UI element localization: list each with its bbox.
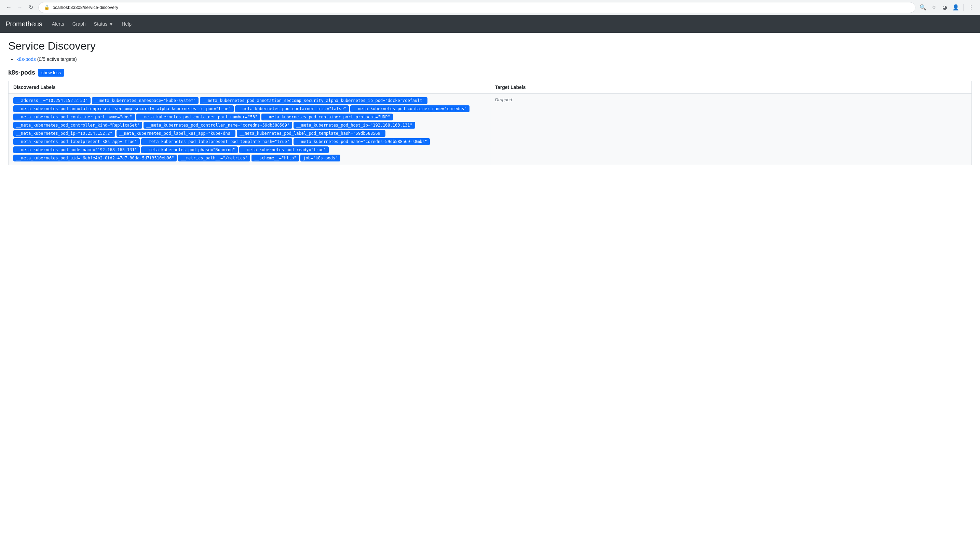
table-header-row: Discovered Labels Target Labels	[8, 81, 972, 94]
label-badge: __meta_kubernetes_namespace="kube-system…	[92, 97, 199, 104]
browser-actions: 🔍 ☆ ◕ 👤 ⋮	[918, 3, 976, 12]
target-labels-header: Target Labels	[490, 81, 972, 94]
label-badge: __meta_kubernetes_pod_container_port_nam…	[13, 113, 135, 120]
section-name: k8s-pods	[8, 69, 35, 76]
label-badge: __meta_kubernetes_pod_ip="10.254.152.2"	[13, 130, 115, 137]
label-badge: __meta_kubernetes_pod_controller_kind="R…	[13, 122, 142, 129]
section-header: k8s-pods show less	[8, 69, 972, 77]
search-button[interactable]: 🔍	[918, 3, 928, 12]
label-badge: __meta_kubernetes_pod_container_port_pro…	[261, 113, 393, 120]
extension-button[interactable]: ◕	[940, 3, 950, 12]
label-badge: __meta_kubernetes_pod_annotationpresent_…	[13, 105, 234, 112]
nav-help[interactable]: Help	[118, 19, 136, 29]
label-badge: __meta_kubernetes_pod_host_ip="192.168.1…	[294, 122, 415, 129]
profile-button[interactable]: 👤	[951, 3, 961, 12]
table-row: __address__="10.254.152.2:53"__meta_kube…	[8, 94, 972, 165]
label-badge: __meta_kubernetes_pod_labelpresent_pod_t…	[141, 138, 292, 145]
show-less-button[interactable]: show less	[38, 69, 64, 77]
label-badge: __meta_kubernetes_pod_label_pod_template…	[237, 130, 385, 137]
service-link-k8s-pods[interactable]: k8s-pods	[16, 56, 36, 62]
label-badge: __meta_kubernetes_pod_ready="true"	[239, 146, 329, 153]
browser-chrome: ← → ↻ 🔒 localhost:33308/service-discover…	[0, 0, 980, 15]
label-badge: __meta_kubernetes_pod_container_init="fa…	[235, 105, 349, 112]
label-badge: __meta_kubernetes_pod_label_k8s_app="kub…	[116, 130, 235, 137]
discovered-labels-header: Discovered Labels	[8, 81, 490, 94]
chevron-down-icon: ▼	[109, 21, 113, 27]
dropped-text: Dropped	[495, 97, 512, 102]
service-active-count: (0/5 active targets)	[37, 56, 77, 62]
label-badge: __meta_kubernetes_pod_uid="6ebfe4b2-0fd2…	[13, 155, 177, 161]
page-title: Service Discovery	[8, 40, 972, 52]
security-icon: 🔒	[44, 5, 49, 10]
service-list-item: k8s-pods (0/5 active targets)	[16, 56, 972, 62]
label-badge: __meta_kubernetes_pod_node_name="192.168…	[13, 146, 140, 153]
nav-status[interactable]: Status ▼	[90, 19, 118, 29]
label-badge: __scheme__="http"	[251, 155, 299, 161]
menu-button[interactable]: ⋮	[966, 3, 976, 12]
nav-alerts[interactable]: Alerts	[48, 19, 68, 29]
discovery-table: Discovered Labels Target Labels __addres…	[8, 81, 972, 165]
back-button[interactable]: ←	[4, 3, 14, 12]
target-labels-cell: Dropped	[490, 94, 972, 165]
bookmark-button[interactable]: ☆	[929, 3, 939, 12]
label-badge: __meta_kubernetes_pod_annotation_seccomp…	[200, 97, 428, 104]
separator	[963, 4, 964, 11]
main-content: Service Discovery k8s-pods (0/5 active t…	[0, 33, 980, 172]
labels-container: __address__="10.254.152.2:53"__meta_kube…	[13, 97, 485, 161]
prometheus-brand[interactable]: Prometheus	[5, 20, 42, 28]
label-badge: __meta_kubernetes_pod_controller_name="c…	[143, 122, 292, 129]
prometheus-navbar: Prometheus Alerts Graph Status ▼ Help	[0, 15, 980, 33]
reload-button[interactable]: ↻	[26, 3, 35, 12]
discovered-labels-cell: __address__="10.254.152.2:53"__meta_kube…	[8, 94, 490, 165]
label-badge: __address__="10.254.152.2:53"	[13, 97, 91, 104]
nav-graph[interactable]: Graph	[68, 19, 90, 29]
address-bar[interactable]: 🔒 localhost:33308/service-discovery	[38, 2, 915, 13]
service-list: k8s-pods (0/5 active targets)	[8, 56, 972, 62]
label-badge: __meta_kubernetes_pod_labelpresent_k8s_a…	[13, 138, 140, 145]
url-text: localhost:33308/service-discovery	[52, 5, 118, 10]
label-badge: __meta_kubernetes_pod_container_port_num…	[136, 113, 260, 120]
label-badge: __meta_kubernetes_pod_phase="Running"	[141, 146, 238, 153]
label-badge: job="k8s-pods"	[301, 155, 340, 161]
browser-nav-buttons: ← → ↻	[4, 3, 35, 12]
label-badge: __meta_kubernetes_pod_name="coredns-59db…	[294, 138, 430, 145]
label-badge: __metrics_path__="/metrics"	[178, 155, 250, 161]
label-badge: __meta_kubernetes_pod_container_name="co…	[350, 105, 469, 112]
forward-button[interactable]: →	[15, 3, 25, 12]
